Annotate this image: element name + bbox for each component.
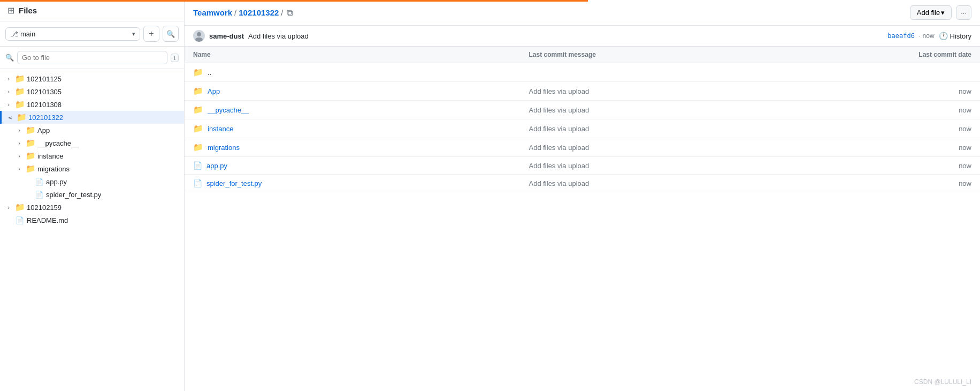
- col-commit: Last commit message: [529, 51, 865, 58]
- chevron-down-icon: ∨: [7, 113, 14, 122]
- folder-icon: 📁: [193, 142, 203, 152]
- search-row: 🔍 t: [0, 47, 184, 69]
- branch-icon: ⎇: [10, 30, 18, 38]
- commit-author[interactable]: same-dust: [209, 32, 244, 40]
- tree-item-name: 102101322: [28, 114, 180, 122]
- tree-item-name: 102101305: [27, 88, 180, 96]
- search-input[interactable]: [17, 51, 167, 64]
- file-name[interactable]: app.py: [206, 162, 227, 170]
- commit-hash[interactable]: baeafd6: [887, 32, 915, 40]
- breadcrumb-sep-2: /: [281, 8, 283, 17]
- table-header: Name Last commit message Last commit dat…: [185, 47, 980, 63]
- folder-icon: 📁: [193, 124, 203, 133]
- table-row-pycache[interactable]: 📁 __pycache__ Add files via upload now: [185, 101, 980, 119]
- file-name[interactable]: migrations: [208, 144, 240, 152]
- history-icon: 🕐: [939, 32, 948, 40]
- tree-item-pycache[interactable]: › 📁 __pycache__: [0, 137, 184, 149]
- more-options-button[interactable]: ···: [956, 5, 971, 20]
- add-file-button[interactable]: Add file ▾: [910, 5, 952, 20]
- chevron-right-icon: ›: [4, 76, 13, 82]
- top-bar: Teamwork / 102101322 / ⧉ Add file ▾ ···: [185, 0, 980, 26]
- tree-item-app-py[interactable]: › 📄 app.py: [0, 175, 184, 188]
- add-branch-button[interactable]: +: [143, 26, 159, 42]
- folder-icon: 📁: [26, 164, 35, 174]
- file-icon: 📄: [34, 190, 44, 199]
- tree-item-App[interactable]: › 📁 App: [0, 124, 184, 137]
- commit-info: same-dust Add files via upload: [193, 30, 309, 42]
- top-actions: Add file ▾ ···: [910, 5, 971, 20]
- tree-item-name: spider_for_test.py: [46, 191, 180, 199]
- tree-item-102101305[interactable]: › 📁 102101305: [0, 85, 184, 98]
- folder-icon: 📁: [26, 151, 35, 161]
- file-name[interactable]: spider_for_test.py: [206, 179, 262, 187]
- commit-message-cell: Add files via upload: [529, 125, 865, 133]
- breadcrumb-folder-link[interactable]: 102101322: [239, 8, 279, 17]
- branch-selector[interactable]: ⎇ main ▾: [5, 27, 140, 41]
- chevron-down-icon: ▾: [132, 31, 135, 37]
- file-tree: › 📁 102101125 › 📁 102101305 › 📁 10210130…: [0, 69, 184, 391]
- dotdot-name: ..: [208, 69, 211, 77]
- tree-item-spider-py[interactable]: › 📄 spider_for_test.py: [0, 188, 184, 201]
- search-icon: 🔍: [5, 54, 14, 62]
- folder-icon: 📁: [15, 202, 25, 212]
- file-table: Name Last commit message Last commit dat…: [185, 47, 980, 391]
- breadcrumb-repo-link[interactable]: Teamwork: [193, 8, 232, 17]
- commit-date-cell: now: [864, 106, 971, 114]
- tree-item-instance[interactable]: › 📁 instance: [0, 149, 184, 162]
- branch-name: main: [20, 30, 130, 38]
- tree-item-name: README.md: [27, 216, 180, 224]
- breadcrumb: Teamwork / 102101322 / ⧉: [193, 8, 293, 18]
- file-name-cell: 📄 app.py: [193, 161, 529, 170]
- file-name-cell: 📁 migrations: [193, 142, 529, 152]
- table-row-App[interactable]: 📁 App Add files via upload now: [185, 82, 980, 101]
- tree-item-name: migrations: [37, 165, 180, 173]
- tree-item-readme[interactable]: › 📄 README.md: [0, 214, 184, 227]
- file-name-cell: 📁 instance: [193, 124, 529, 133]
- tree-item-name: 102101308: [27, 101, 180, 109]
- folder-icon: 📁: [193, 105, 203, 115]
- tree-item-name: 102101125: [27, 75, 180, 83]
- tree-item-name: App: [37, 126, 180, 134]
- file-name[interactable]: instance: [208, 125, 233, 133]
- files-icon: ⊞: [7, 5, 14, 16]
- chevron-right-icon: ›: [15, 166, 24, 172]
- history-button[interactable]: 🕐 History: [939, 32, 971, 40]
- table-row-spider-py[interactable]: 📄 spider_for_test.py Add files via uploa…: [185, 175, 980, 192]
- sidebar-header: ⊞ Files: [0, 0, 184, 21]
- tree-item-102102159[interactable]: › 📁 102102159: [0, 201, 184, 214]
- folder-icon: 📁: [15, 74, 25, 84]
- commit-date-cell: now: [864, 144, 971, 152]
- table-row-migrations[interactable]: 📁 migrations Add files via upload now: [185, 138, 980, 157]
- tree-item-migrations[interactable]: › 📁 migrations: [0, 162, 184, 175]
- tree-item-102101322[interactable]: ∨ 📁 102101322: [0, 111, 184, 124]
- tree-item-102101125[interactable]: › 📁 102101125: [0, 72, 184, 85]
- author-avatar: [193, 30, 205, 42]
- table-row-dotdot[interactable]: 📁 ..: [185, 63, 980, 82]
- svg-point-0: [197, 32, 201, 36]
- commit-meta: baeafd6 · now 🕐 History: [887, 32, 971, 40]
- commit-message-cell: Add files via upload: [529, 162, 865, 170]
- folder-icon: 📁: [15, 100, 25, 109]
- chevron-right-icon: ›: [15, 127, 24, 133]
- commit-message-cell: Add files via upload: [529, 106, 865, 114]
- tree-item-102101308[interactable]: › 📁 102101308: [0, 98, 184, 111]
- table-row-instance[interactable]: 📁 instance Add files via upload now: [185, 119, 980, 138]
- col-date: Last commit date: [864, 51, 971, 58]
- tree-item-name: __pycache__: [37, 139, 180, 147]
- commit-message-cell: Add files via upload: [529, 144, 865, 152]
- file-name[interactable]: App: [208, 87, 220, 95]
- search-button[interactable]: 🔍: [163, 26, 179, 42]
- commit-message-cell: Add files via upload: [529, 179, 865, 187]
- copy-path-button[interactable]: ⧉: [287, 8, 293, 18]
- file-name[interactable]: __pycache__: [208, 106, 249, 114]
- tree-item-name: instance: [37, 152, 180, 160]
- file-name-cell: 📁 App: [193, 86, 529, 96]
- chevron-right-icon: ›: [15, 153, 24, 159]
- history-label: History: [950, 32, 971, 40]
- col-name: Name: [193, 51, 529, 58]
- commit-date-cell: now: [864, 125, 971, 133]
- commit-message: Add files via upload: [248, 32, 309, 40]
- table-row-app-py[interactable]: 📄 app.py Add files via upload now: [185, 157, 980, 175]
- commit-date-cell: now: [864, 162, 971, 170]
- breadcrumb-sep-1: /: [234, 8, 236, 17]
